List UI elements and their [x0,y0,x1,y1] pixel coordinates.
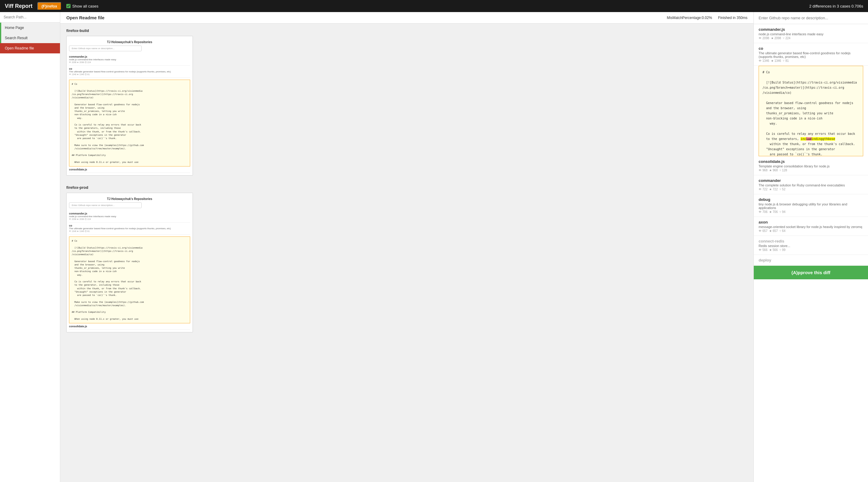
firefox-build-section: firefox-build TJ Holowaychuk's Repositor… [60,24,753,180]
repo-name-commander: commander [758,178,863,183]
repo-desc-commander: The complete solution for Ruby command-l… [758,183,863,187]
repo-name-deploy: deploy [758,258,863,262]
fake-search-bar-build: Enter Github repo name or description... [69,46,142,51]
fake-repo-prod-commander: commander.js node.js command-line interf… [69,210,190,223]
repo-item-commander[interactable]: commander The complete solution for Ruby… [754,175,868,194]
repo-desc-debug: tiny node.js & browser debugging utility… [758,202,863,209]
fake-browser-build-title: TJ Holowaychuk's Repositories [69,38,190,46]
readme-panel: # Co [![Build Status](https://travis-ci.… [758,66,863,156]
sidebar-item-open-readme[interactable]: Open Readme file [0,43,60,53]
show-all-cases-text: Show all cases [72,4,98,8]
repo-stats-axon: 👁 657 ★ 657 ⑂ 64 [758,229,863,232]
repo-name-axon: axon [758,220,863,224]
show-all-cases-label[interactable]: Show all cases [66,4,98,8]
firefox-prod-label: firefox-prod [66,185,747,190]
page-header: Open Readme file MisMatchPercentage:0.02… [60,12,753,24]
repo-stats-co: 👁 1346 ★ 1346 ⑂ 81 [758,59,863,62]
fake-repo-prod-consolidate: consolidate.js [69,323,190,330]
header-stats: 2 differences in 3 cases 0.706s [809,4,863,8]
fake-repo-consolidate: consolidate.js [69,167,190,173]
repo-item-deploy[interactable]: deploy [754,255,868,266]
repo-item-consolidate[interactable]: consolidate.js Template engine consolida… [754,156,868,175]
fake-readme-prod: # Co [![Build Status](https://travis-ci.… [69,236,190,323]
repo-desc-co: The ultimate generator based flow-contro… [758,51,863,58]
approve-button[interactable]: (A)pprove this diff [754,266,868,279]
sidebar: Home Page Search Result Open Readme file [0,12,60,482]
fake-browser-prod: TJ Holowaychuk's Repositories Enter Gith… [67,193,193,332]
sidebar-item-home-page[interactable]: Home Page [0,23,60,33]
repo-item-connect-redis[interactable]: connect-redis Redis session store... 👁 5… [754,236,868,255]
repo-name-debug: debug [758,197,863,202]
fake-readme-build: # Co [![Build Status](https://travis-ci.… [69,80,190,167]
repo-desc-commander-js: node.js command-line interfaces made eas… [758,32,863,36]
fake-browser-build: TJ Holowaychuk's Repositories Enter Gith… [67,36,193,175]
page-title: Open Readme file [66,15,667,20]
repo-name-co: co [758,46,863,51]
readme-highlight: includindinggthbose [801,137,835,141]
sidebar-item-search-result[interactable]: Search Result [0,33,60,43]
app-title: Viff Report [5,3,33,9]
app-body: Home Page Search Result Open Readme file… [0,12,868,482]
repo-name-consolidate: consolidate.js [758,159,863,164]
fake-browser-prod-title: TJ Holowaychuk's Repositories [69,195,190,202]
header: Viff Report (F)irefox Show all cases 2 d… [0,0,868,12]
fake-search-bar-prod: Enter Github repo name or description... [69,202,142,208]
repo-stats-consolidate: 👁 968 ★ 968 ⑂ 128 [758,169,863,172]
fake-repo-prod-co: co The ultimate generator based flow-con… [69,223,190,235]
show-all-cases-checkbox[interactable] [66,4,70,8]
repo-desc-connect-redis: Redis session store... [758,244,863,248]
right-search-input[interactable] [754,12,868,24]
fake-repo-co: co The ultimate generator based flow-con… [69,66,190,78]
repo-desc-axon: message-oriented socket library for node… [758,225,863,229]
repo-stats-commander-js: 👁 2098 ★ 2098 ⑂ 224 [758,36,863,40]
repo-item-debug[interactable]: debug tiny node.js & browser debugging u… [754,194,868,217]
firefox-prod-section: firefox-prod TJ Holowaychuk's Repositori… [60,180,753,337]
repo-name-commander-js: commander.js [758,27,863,32]
fake-repo-commander: commander.js node.js command-line interf… [69,54,190,66]
repo-item-co[interactable]: co The ultimate generator based flow-con… [754,43,868,66]
repo-stats-commander: 👁 722 ★ 722 ⑂ 52 [758,188,863,191]
repo-item-axon[interactable]: axon message-oriented socket library for… [754,217,868,236]
repo-stats-connect-redis: 👁 566 ★ 566 ⑂ 99 [758,248,863,252]
firefox-build-screenshot: TJ Holowaychuk's Repositories Enter Gith… [66,36,193,175]
main-content: Open Readme file MisMatchPercentage:0.02… [60,12,753,482]
right-panel: commander.js node.js command-line interf… [753,12,868,482]
repo-item-commander-js[interactable]: commander.js node.js command-line interf… [754,24,868,43]
repo-name-connect-redis: connect-redis [758,239,863,244]
firefox-prod-screenshot: TJ Holowaychuk's Repositories Enter Gith… [66,193,193,332]
search-input[interactable] [0,12,60,23]
firefox-badge[interactable]: (F)irefox [37,2,61,10]
repo-stats-debug: 👁 706 ★ 706 ⑂ 94 [758,210,863,214]
mismatch-info: MisMatchPercentage:0.02% [667,16,712,20]
repo-desc-consolidate: Template engine consolidation library fo… [758,164,863,168]
firefox-build-label: firefox-build [66,28,747,33]
finished-info: Finished in 350ms [718,16,747,20]
